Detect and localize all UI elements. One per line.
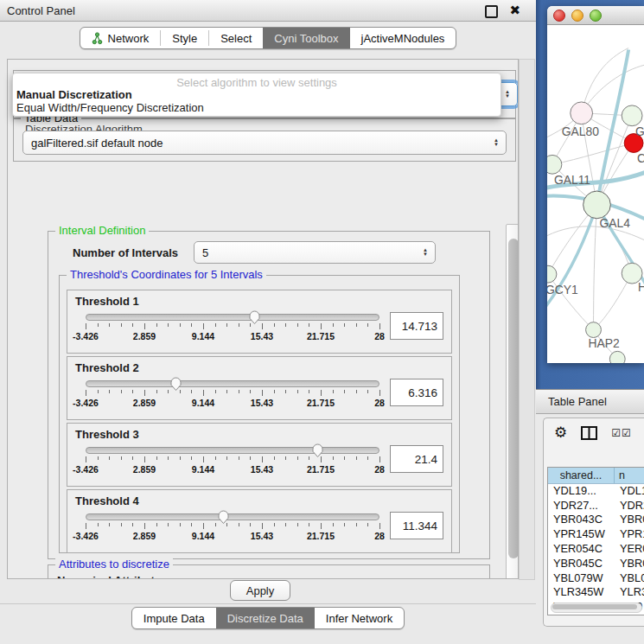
- node-gal80[interactable]: [571, 102, 593, 124]
- node-gcy1[interactable]: [547, 265, 557, 283]
- table-row[interactable]: YDL19...YDL1: [548, 483, 644, 498]
- cell-shared-name[interactable]: YBR045C: [548, 557, 614, 570]
- tick-mark: [285, 523, 286, 526]
- table-row[interactable]: YBR043CYBR0: [548, 513, 644, 527]
- threshold-1-slider[interactable]: -3.4262.8599.14415.4321.71528: [86, 309, 379, 344]
- cell-shared-name[interactable]: YER054C: [548, 542, 614, 555]
- slider-tick-labels: -3.4262.8599.14415.4321.71528: [86, 398, 379, 408]
- number-of-intervals-label: Number of Intervals: [73, 246, 178, 259]
- tab-cyni-toolbox[interactable]: Cyni Toolbox: [263, 28, 349, 48]
- tick-mark: [168, 323, 169, 327]
- cell-name[interactable]: YLR3: [614, 585, 644, 598]
- tick-label: 9.144: [192, 398, 214, 408]
- thresholds-group-title: Threshold's Coordinates for 5 Intervals: [67, 269, 266, 281]
- cell-shared-name[interactable]: YDL19...: [548, 484, 614, 497]
- table-row[interactable]: YPR145WYPR1: [548, 526, 644, 541]
- threshold-4-panel: Threshold 4 -3.4262.8599.14415.4321.7152…: [67, 489, 452, 553]
- cell-name[interactable]: YBL0: [614, 571, 644, 584]
- threshold-3-value[interactable]: 21.4: [390, 445, 443, 473]
- tick-mark: [250, 456, 251, 460]
- table-hscrollbar-thumb[interactable]: [552, 604, 637, 609]
- cell-name[interactable]: YBR0: [614, 557, 644, 570]
- cell-name[interactable]: YDR2: [614, 499, 644, 512]
- network-window-titlebar[interactable]: [547, 6, 644, 25]
- algorithm-option-equal-width[interactable]: Equal Width/Frequency Discretization: [16, 101, 204, 114]
- threshold-4-slider[interactable]: -3.4262.8599.14415.4321.71528: [86, 509, 379, 544]
- minimize-traffic-light[interactable]: [571, 10, 583, 22]
- cell-shared-name[interactable]: YDR27...: [548, 499, 614, 512]
- tab-discretize-data[interactable]: Discretize Data: [216, 608, 315, 628]
- tab-jactivemnodules[interactable]: jActiveMNodules: [350, 28, 456, 48]
- network-view-window[interactable]: GAL80 GA C GAL11 GAL4 GCY1 H HAP2: [547, 6, 644, 363]
- attributes-group: Attributes to discretize Numerical Attri…: [48, 564, 490, 579]
- float-window-icon[interactable]: [485, 5, 498, 18]
- table-row[interactable]: YLR345WYLR3: [548, 585, 644, 600]
- cell-shared-name[interactable]: YPR145W: [548, 527, 614, 540]
- node-partial[interactable]: [609, 351, 625, 363]
- slider-thumb[interactable]: [248, 309, 261, 325]
- cell-shared-name[interactable]: YBL079W: [548, 571, 614, 584]
- columns-icon[interactable]: [581, 426, 597, 440]
- algorithm-option-manual[interactable]: Manual Discretization: [16, 88, 132, 101]
- table-data-combo[interactable]: galFiltered.sif default node ▲▼: [22, 131, 507, 155]
- network-canvas[interactable]: GAL80 GA C GAL11 GAL4 GCY1 H HAP2: [547, 24, 644, 363]
- zoom-traffic-light[interactable]: [590, 10, 602, 22]
- table-row[interactable]: YDR27...YDR2: [548, 498, 644, 513]
- close-icon[interactable]: ✖: [509, 3, 520, 18]
- apply-button[interactable]: Apply: [230, 580, 290, 601]
- tab-impute-data[interactable]: Impute Data: [132, 608, 216, 628]
- tab-infer-network-label: Infer Network: [326, 612, 392, 625]
- close-traffic-light[interactable]: [553, 10, 565, 22]
- table-row[interactable]: YBL079WYBL0: [548, 571, 644, 585]
- threshold-3-slider[interactable]: -3.4262.8599.14415.4321.71528: [86, 443, 379, 477]
- cell-shared-name[interactable]: YBR043C: [548, 513, 614, 526]
- column-header-name[interactable]: n: [615, 468, 644, 483]
- threshold-2-value[interactable]: 6.316: [390, 379, 443, 406]
- gear-icon[interactable]: ⚙: [554, 425, 567, 441]
- node-table[interactable]: shared... n YDL19...YDL1YDR27...YDR2YBR0…: [547, 467, 644, 615]
- node-gal11[interactable]: [547, 155, 562, 174]
- tab-infer-network[interactable]: Infer Network: [315, 608, 404, 628]
- cell-name[interactable]: YPR1: [614, 527, 644, 540]
- cell-name[interactable]: YDL1: [614, 484, 644, 497]
- checkbox-icons[interactable]: ☑☑: [611, 427, 632, 439]
- column-header-shared-name[interactable]: shared...: [548, 468, 615, 483]
- tick-mark: [156, 456, 157, 460]
- threshold-2-slider[interactable]: -3.4262.8599.14415.4321.71528: [86, 376, 379, 411]
- slider-track[interactable]: [86, 380, 379, 387]
- tab-network[interactable]: Network: [80, 28, 161, 48]
- tab-select[interactable]: Select: [209, 28, 263, 48]
- settings-scrollbar-thumb[interactable]: [508, 239, 519, 558]
- tick-mark: [250, 390, 251, 393]
- table-row[interactable]: YBR045CYBR0: [548, 556, 644, 571]
- number-of-intervals-combo[interactable]: 5 ▲▼: [194, 241, 436, 264]
- tick-label: 2.859: [133, 464, 156, 475]
- slider-track[interactable]: [86, 513, 379, 520]
- threshold-4-value[interactable]: 11.344: [390, 512, 443, 539]
- node-ga[interactable]: [622, 105, 642, 126]
- node-gal4[interactable]: [583, 191, 611, 219]
- tick-mark: [344, 323, 345, 327]
- cell-shared-name[interactable]: YLR345W: [548, 585, 614, 598]
- slider-track[interactable]: [86, 447, 379, 454]
- cell-name[interactable]: YBR0: [614, 513, 644, 526]
- tick-mark: [285, 390, 286, 393]
- table-hscrollbar[interactable]: [551, 603, 642, 613]
- slider-thumb[interactable]: [311, 443, 324, 458]
- slider-thumb[interactable]: [169, 376, 182, 392]
- settings-scrollbar[interactable]: [506, 224, 519, 579]
- table-row[interactable]: YER054CYER0: [548, 541, 644, 556]
- table-panel-body: ⚙ ☑☑ shared... n YDL19...YDL1YDR27...YDR…: [536, 413, 644, 644]
- node-hap2[interactable]: [586, 322, 602, 338]
- tick-mark: [321, 390, 322, 396]
- tick-mark: [144, 390, 145, 396]
- tick-mark: [297, 523, 298, 526]
- tick-mark: [98, 523, 99, 526]
- threshold-1-value[interactable]: 14.713: [390, 312, 443, 340]
- tab-style[interactable]: Style: [161, 28, 208, 48]
- tick-mark: [333, 456, 334, 460]
- slider-track[interactable]: [86, 314, 379, 321]
- cell-name[interactable]: YER0: [614, 542, 644, 555]
- slider-thumb[interactable]: [217, 509, 230, 525]
- tick-mark: [344, 523, 345, 526]
